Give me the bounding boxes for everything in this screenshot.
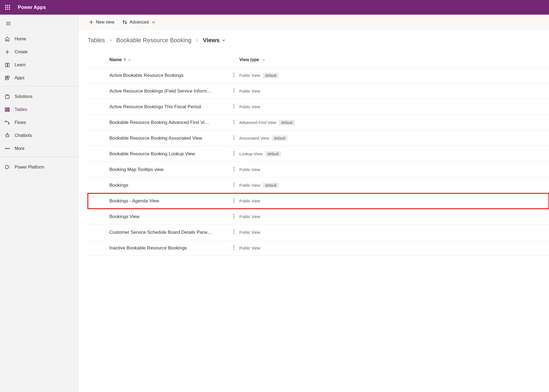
view-name-link[interactable]: Active Resource Bookings This Fiscal Per… [109, 104, 228, 110]
row-more-button[interactable] [233, 183, 234, 188]
row-more-button[interactable] [233, 73, 234, 78]
view-type-label: Public View [239, 230, 260, 235]
view-name-link[interactable]: Bookable Resource Booking Advanced Find … [109, 120, 228, 125]
row-more-button[interactable] [233, 88, 234, 94]
view-type-label: Public View [239, 73, 260, 78]
nav-item-home[interactable]: Home [0, 32, 78, 45]
chevron-down-icon [128, 58, 131, 61]
svg-point-68 [234, 170, 234, 171]
row-more-button[interactable] [233, 230, 234, 235]
svg-point-56 [234, 107, 234, 108]
apps-icon [4, 75, 10, 81]
breadcrumb-current[interactable]: Views [203, 37, 226, 44]
default-badge: default [263, 73, 279, 78]
nav-item-label: Power Platform [15, 165, 44, 170]
nav-item-power-platform[interactable]: Power Platform [0, 161, 78, 174]
row-more-button[interactable] [233, 120, 234, 125]
svg-point-62 [234, 139, 234, 140]
view-type-cell: Public View [239, 246, 326, 250]
command-bar: New view Advanced [79, 15, 549, 30]
svg-point-36 [6, 135, 7, 136]
nav-item-solutions[interactable]: Solutions [0, 90, 78, 103]
table-row: Booking Map Tooltips viewPublic View [88, 162, 549, 177]
view-type-cell: Public Viewdefault [239, 73, 326, 78]
view-name-link[interactable]: Bookable Resource Booking Associated Vie… [109, 136, 228, 141]
svg-point-69 [234, 183, 234, 183]
view-type-label: Advanced Find View [239, 120, 276, 125]
table-row: Bookings ViewPublic View [88, 209, 549, 225]
row-more-button[interactable] [233, 245, 234, 251]
svg-point-50 [234, 76, 234, 77]
view-type-label: Public View [239, 214, 260, 219]
row-more-button[interactable] [233, 214, 234, 219]
nav-item-apps[interactable]: Apps [0, 71, 78, 84]
column-header-viewtype[interactable]: View type [239, 57, 326, 62]
view-name-link[interactable]: Bookings - Agenda View [109, 198, 228, 204]
breadcrumb-entity[interactable]: Bookable Resource Booking [116, 37, 192, 44]
table-row: Active Bookable Resource BookingsPublic … [88, 68, 549, 83]
nav-item-label: Flows [15, 120, 26, 125]
breadcrumb-current-label: Views [203, 37, 220, 44]
svg-point-61 [234, 137, 234, 138]
view-name-link[interactable]: Customer Service Schedule Board Details … [109, 230, 228, 235]
svg-point-60 [234, 136, 234, 136]
row-more-button[interactable] [233, 104, 234, 110]
column-header-name[interactable]: Name [109, 57, 228, 62]
table-row: Active Resource Bookings (Field Service … [88, 83, 549, 99]
row-more-button[interactable] [233, 198, 234, 204]
svg-rect-24 [8, 108, 9, 109]
plus-icon [4, 49, 10, 55]
view-type-label: Public View [239, 183, 260, 187]
view-name-link[interactable]: Bookable Resource Booking Lookup View [109, 151, 228, 157]
view-name-link[interactable]: Booking Map Tooltips view [109, 167, 228, 172]
app-launcher-button[interactable] [4, 4, 11, 11]
nav-item-label: Apps [15, 75, 24, 80]
svg-rect-5 [9, 7, 10, 8]
nav-divider [0, 86, 78, 86]
view-name-link[interactable]: Bookings View [109, 214, 228, 219]
svg-point-76 [234, 216, 234, 216]
column-header-name-label: Name [109, 57, 122, 62]
table-row: Bookable Resource Booking Advanced Find … [88, 115, 549, 130]
app-header: Power Apps [0, 0, 549, 15]
table-row: Bookable Resource Booking Lookup ViewLoo… [88, 146, 549, 162]
svg-point-72 [234, 198, 234, 199]
default-badge: default [272, 136, 287, 141]
row-more-button[interactable] [233, 136, 234, 141]
row-more-button[interactable] [233, 151, 234, 157]
chevron-down-icon [222, 38, 226, 42]
nav-item-more[interactable]: More [0, 142, 78, 155]
breadcrumb-root[interactable]: Tables [88, 37, 105, 44]
svg-point-40 [9, 148, 9, 149]
svg-point-57 [234, 120, 234, 121]
nav-item-learn[interactable]: Learn [0, 58, 78, 71]
svg-rect-14 [5, 63, 7, 67]
svg-point-80 [234, 233, 234, 234]
nav-collapse-button[interactable] [2, 18, 15, 29]
svg-point-79 [234, 231, 234, 232]
advanced-button[interactable]: Advanced [121, 18, 157, 26]
nav-item-tables[interactable]: Tables [0, 103, 78, 116]
view-name-link[interactable]: Bookings [109, 183, 228, 188]
nav-item-chatbots[interactable]: Chatbots [0, 129, 78, 142]
nav-item-label: Solutions [15, 94, 32, 99]
svg-point-53 [234, 92, 234, 93]
new-view-button[interactable]: New view [88, 18, 115, 26]
chevron-down-icon [262, 58, 265, 61]
nav-item-create[interactable]: Create [0, 45, 78, 58]
svg-rect-23 [7, 108, 8, 109]
view-name-link[interactable]: Active Resource Bookings (Field Service … [109, 88, 228, 94]
svg-point-32 [8, 123, 9, 124]
nav-item-flows[interactable]: Flows [0, 116, 78, 129]
view-type-label: Public View [239, 167, 260, 172]
view-name-link[interactable]: Active Bookable Resource Bookings [109, 73, 228, 78]
row-more-button[interactable] [233, 167, 234, 172]
view-type-cell: Advanced Find Viewdefault [239, 120, 326, 125]
views-table: Name View type Active Bookable Resource … [88, 52, 549, 256]
view-type-label: Public View [239, 199, 260, 203]
svg-rect-2 [9, 5, 10, 6]
view-type-cell: Lookup Viewdefault [239, 151, 326, 157]
svg-point-66 [234, 167, 234, 168]
view-name-link[interactable]: Inactive Bookable Resource Bookings [109, 245, 228, 251]
view-type-label: Associated View [239, 136, 269, 140]
